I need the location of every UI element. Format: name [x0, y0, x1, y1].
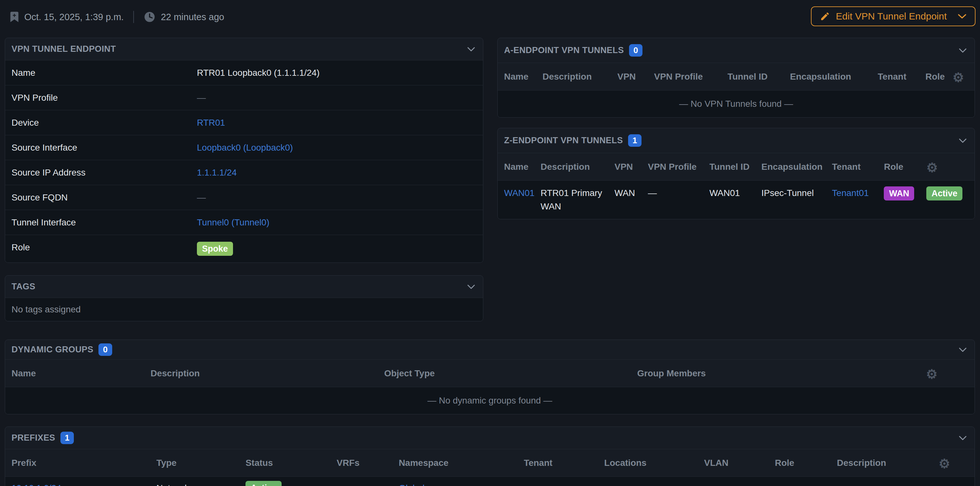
tenant-link[interactable]: Tenant01: [832, 188, 869, 198]
device-link[interactable]: RTR01: [197, 118, 225, 127]
tags-card: TAGS No tags assigned: [5, 275, 483, 321]
detail-row: Source Interface Loopback0 (Loopback0): [5, 135, 483, 160]
clock-icon: [143, 11, 156, 23]
namespace-link[interactable]: Global: [399, 483, 425, 486]
a-endpoint-vpn-tunnels-card: A-ENDPOINT VPN TUNNELS 0: [497, 38, 975, 118]
prefix-role: —: [775, 477, 837, 486]
table-config-gear-icon[interactable]: ⚙: [939, 457, 950, 470]
last-updated: 22 minutes ago: [161, 12, 224, 22]
column-header: Description: [541, 153, 614, 181]
column-header: Prefix: [5, 449, 156, 477]
card-title: VPN TUNNEL ENDPOINT: [11, 44, 116, 54]
column-header: Encapsulation: [761, 153, 832, 181]
table-config-gear-icon[interactable]: ⚙: [953, 71, 964, 84]
table-header-row: Name Description VPN VPN Profile Tunnel …: [498, 153, 975, 181]
detail-row: Source IP Address 1.1.1.1/24: [5, 160, 483, 185]
column-header: Group Members: [637, 360, 926, 387]
field-label: Tunnel Interface: [5, 210, 191, 235]
main-content: VPN TUNNEL ENDPOINT Name RTR01 Loopback0…: [0, 38, 980, 486]
field-value: —: [191, 85, 483, 110]
detail-row: VPN Profile —: [5, 85, 483, 110]
field-label: Role: [5, 235, 191, 263]
a-endpoint-tunnels-table: Name Description VPN VPN Profile Tunnel …: [498, 63, 975, 117]
tunnel-interface-link[interactable]: Tunnel0 (Tunnel0): [197, 217, 269, 227]
detail-row: Source FQDN —: [5, 185, 483, 210]
column-header: Description: [151, 360, 384, 387]
table-config-gear-icon[interactable]: ⚙: [926, 161, 938, 174]
count-badge: 0: [629, 44, 643, 57]
source-interface-link[interactable]: Loopback0 (Loopback0): [197, 143, 293, 153]
field-label: Device: [5, 110, 191, 135]
vpn-tunnel-endpoint-detail-page: Oct. 15, 2025, 1:39 p.m. 22 minutes ago …: [0, 0, 980, 486]
source-ip-link[interactable]: 1.1.1.1/24: [197, 167, 237, 177]
collapse-chevron-icon[interactable]: [959, 435, 967, 441]
count-badge: 1: [628, 134, 641, 147]
status-badge[interactable]: Active: [926, 186, 963, 201]
meta-divider: [133, 11, 134, 23]
column-header: Name: [498, 63, 542, 91]
empty-message: — No VPN Tunnels found —: [498, 91, 975, 118]
table-header-row: Name Description Object Type Group Membe…: [5, 360, 975, 387]
column-header: Locations: [604, 449, 704, 477]
field-label: Source FQDN: [5, 185, 191, 210]
column-header: Object Type: [384, 360, 637, 387]
column-header: Namespace: [399, 449, 523, 477]
column-header: VPN Profile: [648, 153, 709, 181]
tunnel-name-link[interactable]: WAN01: [504, 188, 535, 198]
z-endpoint-vpn-tunnels-card: Z-ENDPOINT VPN TUNNELS 1: [497, 128, 975, 219]
prefix-link[interactable]: 10.10.1.0/24: [11, 483, 61, 486]
column-header: Name: [498, 153, 541, 181]
field-label: Source Interface: [5, 135, 191, 160]
card-title: Z-ENDPOINT VPN TUNNELS: [504, 135, 623, 145]
status-badge[interactable]: Active: [245, 481, 282, 486]
field-label: VPN Profile: [5, 85, 191, 110]
prefixes-table: Prefix Type Status VRFs Namespace Tenant…: [5, 449, 975, 486]
column-header: VRFs: [337, 449, 399, 477]
column-header: Tenant: [832, 153, 884, 181]
z-endpoint-tunnels-table: Name Description VPN VPN Profile Tunnel …: [498, 153, 975, 219]
field-label: Source IP Address: [5, 160, 191, 185]
field-value: RTR01 Loopback0 (1.1.1.1/24): [191, 61, 483, 85]
edit-vpn-tunnel-endpoint-button[interactable]: Edit VPN Tunnel Endpoint: [811, 6, 975, 26]
collapse-chevron-icon[interactable]: [959, 347, 967, 352]
edit-button-label: Edit VPN Tunnel Endpoint: [836, 11, 947, 22]
table-row: 10.10.1.0/24 Network Active — Global — —…: [5, 477, 975, 486]
chevron-down-icon[interactable]: [958, 13, 967, 19]
collapse-chevron-icon[interactable]: [959, 48, 967, 53]
detail-row: Name RTR01 Loopback0 (1.1.1.1/24): [5, 61, 483, 85]
empty-message: — No dynamic groups found —: [5, 387, 975, 414]
table-config-gear-icon[interactable]: ⚙: [926, 368, 937, 381]
tunnel-id: WAN01: [709, 181, 761, 219]
collapse-chevron-icon[interactable]: [467, 284, 475, 289]
endpoint-detail-table: Name RTR01 Loopback0 (1.1.1.1/24) VPN Pr…: [5, 60, 483, 263]
prefix-vrfs: —: [337, 477, 399, 486]
role-badge[interactable]: WAN: [884, 186, 914, 201]
column-header: Type: [156, 449, 245, 477]
field-value: —: [191, 185, 483, 210]
collapse-chevron-icon[interactable]: [959, 138, 967, 143]
dynamic-groups-card-header: DYNAMIC GROUPS 0: [5, 340, 975, 359]
prefix-description: —: [837, 477, 939, 486]
left-column: VPN TUNNEL ENDPOINT Name RTR01 Loopback0…: [5, 38, 483, 321]
card-title: A-ENDPOINT VPN TUNNELS: [504, 45, 624, 55]
empty-row: — No dynamic groups found —: [5, 387, 975, 414]
field-label: Name: [5, 61, 191, 85]
column-header: Encapsulation: [790, 63, 878, 91]
column-header: Status: [245, 449, 337, 477]
column-header: VPN: [615, 153, 648, 181]
prefixes-card: PREFIXES 1 Prefix Type: [5, 427, 975, 486]
empty-row: — No VPN Tunnels found —: [498, 91, 975, 118]
table-row: WAN01 RTR01 Primary WAN WAN — WAN01 IPse…: [498, 181, 975, 219]
tags-empty-message: No tags assigned: [5, 298, 483, 321]
role-badge[interactable]: Spoke: [197, 242, 233, 256]
detail-row: Role Spoke: [5, 235, 483, 263]
column-header: Tenant: [878, 63, 925, 91]
column-header: Tunnel ID: [709, 153, 761, 181]
bookmark-plus-icon: [10, 11, 19, 23]
right-column: A-ENDPOINT VPN TUNNELS 0: [497, 38, 975, 219]
dynamic-groups-card: DYNAMIC GROUPS 0 Name Description Object: [5, 339, 975, 414]
count-badge: 0: [99, 343, 112, 356]
collapse-chevron-icon[interactable]: [467, 47, 475, 52]
column-header: Tenant: [524, 449, 605, 477]
column-header: Tunnel ID: [727, 63, 790, 91]
